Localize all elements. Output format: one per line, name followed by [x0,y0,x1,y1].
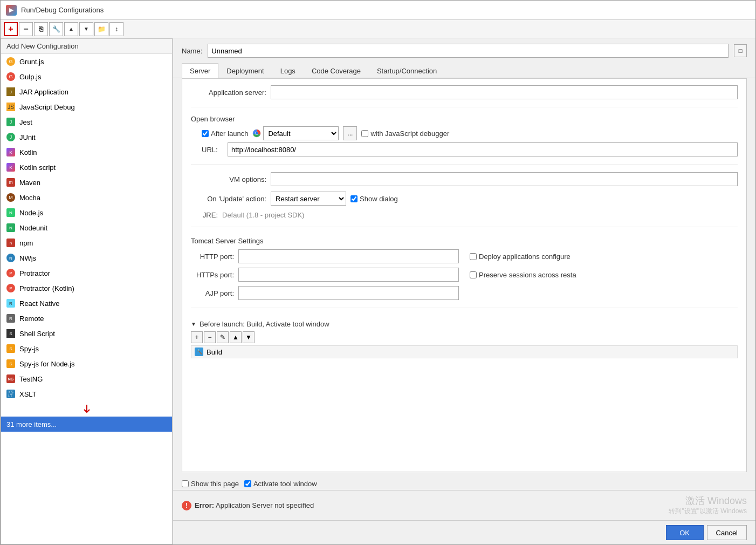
tab-deployment[interactable]: Deployment [218,63,272,78]
menu-item-jar[interactable]: J JAR Application [1,84,172,99]
before-launch-remove-button[interactable]: − [204,331,216,343]
https-port-row: HTTPs port: [191,268,459,282]
after-launch-checkbox-label[interactable]: After launch [202,130,248,138]
menu-item-spyjs[interactable]: S Spy-js [1,341,172,356]
vm-options-input[interactable] [271,172,738,186]
before-launch-triangle[interactable]: ▼ [191,321,196,327]
preserve-checkbox-label[interactable]: Preserve sessions across resta [470,271,576,279]
browser-more-button[interactable]: ... [343,126,357,140]
url-row: URL: [191,142,738,156]
menu-item-nodeunit[interactable]: N Nodeunit [1,220,172,235]
folder-button[interactable]: 📁 [94,22,108,36]
open-browser-header: Open browser [191,115,738,123]
menu-item-xslt[interactable]: XSLT XSLT [1,386,172,401]
menu-item-spyjsnode[interactable]: S Spy-js for Node.js [1,356,172,371]
wrench-button[interactable]: 🔧 [49,22,63,36]
activate-window-label[interactable]: Activate tool window [244,480,317,488]
menu-item-nwjs[interactable]: N NWjs [1,250,172,265]
menu-item-mocha[interactable]: M Mocha [1,190,172,205]
remove-config-button[interactable]: − [19,22,33,36]
jre-label: JRE: [191,211,218,219]
spyjs-node-icon: S [6,359,15,368]
http-port-input[interactable] [238,249,459,263]
menu-item-kotlin[interactable]: K Kotlin [1,145,172,160]
menu-item-jest[interactable]: J Jest [1,114,172,130]
vm-options-row: VM options: [191,172,738,186]
tab-startup[interactable]: Startup/Connection [369,63,445,78]
menu-item-junit[interactable]: J JUnit [1,130,172,145]
chrome-icon [252,129,261,138]
react-icon: R [6,299,15,308]
more-items-button[interactable]: 31 more items... [1,417,172,432]
before-launch-up-button[interactable]: ▲ [230,331,242,343]
http-port-row: HTTP port: [191,249,459,263]
before-launch-edit-button[interactable]: ✎ [217,331,229,343]
https-port-input[interactable] [238,268,459,282]
show-dialog-checkbox-label[interactable]: Show dialog [350,195,398,203]
jre-value: Default (1.8 - project SDK) [222,211,304,219]
move-down-button[interactable]: ▼ [79,22,93,36]
after-launch-checkbox[interactable] [202,130,209,137]
add-config-button[interactable]: + [4,22,18,36]
app-server-input[interactable] [271,85,738,99]
menu-item-protractor[interactable]: P Protractor [1,265,172,281]
copy-config-button[interactable]: ⎘ [34,22,48,36]
tomcat-title: Tomcat Server Settings [191,237,738,245]
sort-button[interactable]: ↕ [109,22,123,36]
ajp-port-input[interactable] [238,286,459,300]
menu-item-protractork[interactable]: P Protractor (Kotlin) [1,281,172,296]
junit-icon: J [6,133,15,141]
tab-logs[interactable]: Logs [272,63,304,78]
before-launch-add-button[interactable]: + [191,331,203,343]
nodeunit-icon: N [6,223,15,232]
show-page-label[interactable]: Show this page [182,480,239,488]
before-launch-down-button[interactable]: ▼ [243,331,255,343]
app-server-label: Application server: [191,88,266,97]
menu-item-testng[interactable]: NG TestNG [1,371,172,386]
shell-icon: S [6,329,15,338]
error-bar: ! Error: Application Server not specifie… [173,490,755,520]
menu-item-gulp[interactable]: G Gulp.js [1,69,172,84]
kotlin-icon: K [6,148,15,156]
ok-button[interactable]: OK [666,525,704,540]
maven-icon: m [6,178,15,187]
menu-item-remote[interactable]: R Remote [1,311,172,326]
testng-icon: NG [6,374,15,383]
menu-item-nodejs[interactable]: N Node.js [1,205,172,220]
before-launch-item-build: 🔨 Build [191,345,738,358]
before-launch-toolbar: + − ✎ ▲ ▼ [191,331,738,343]
menu-item-react[interactable]: R React Native [1,296,172,311]
jar-icon: J [6,87,15,96]
deploy-checkbox-label[interactable]: Deploy applications configure [470,253,571,261]
preserve-check-row: Preserve sessions across resta [470,268,738,282]
url-input[interactable] [228,142,738,156]
deploy-checkbox[interactable] [470,253,477,260]
menu-item-jsdebug[interactable]: JS JavaScript Debug [1,99,172,114]
tab-server[interactable]: Server [182,63,218,78]
scroll-arrow [1,401,172,417]
browser-select[interactable]: Default [263,126,339,140]
name-row: Name: □ [173,38,755,63]
show-page-checkbox[interactable] [182,480,189,487]
menu-item-npm[interactable]: n npm [1,235,172,250]
menu-item-maven[interactable]: m Maven [1,175,172,190]
menu-item-grunt[interactable]: G Grunt.js [1,54,172,69]
activate-window-checkbox[interactable] [244,480,251,487]
nwjs-icon: N [6,254,15,262]
expand-button[interactable]: □ [734,44,747,57]
move-up-button[interactable]: ▲ [64,22,78,36]
name-input[interactable] [208,44,728,58]
menu-item-kotlinscript[interactable]: K Kotlin script [1,160,172,175]
add-config-dropdown: Add New Configuration G Grunt.js G Gulp.… [1,38,173,544]
cancel-button[interactable]: Cancel [707,525,747,540]
preserve-checkbox[interactable] [470,271,477,278]
spyjs-icon: S [6,344,15,353]
update-action-select[interactable]: Restart server [271,192,346,206]
error-text: Error: Application Server not specified [195,501,314,509]
menu-item-shell[interactable]: S Shell Script [1,326,172,341]
tab-coverage[interactable]: Code Coverage [304,63,369,78]
show-dialog-checkbox[interactable] [350,195,358,202]
js-debugger-checkbox-label[interactable]: with JavaScript debugger [361,130,449,138]
js-debugger-checkbox[interactable] [361,130,368,137]
open-browser-section: Open browser After launch [191,115,738,156]
